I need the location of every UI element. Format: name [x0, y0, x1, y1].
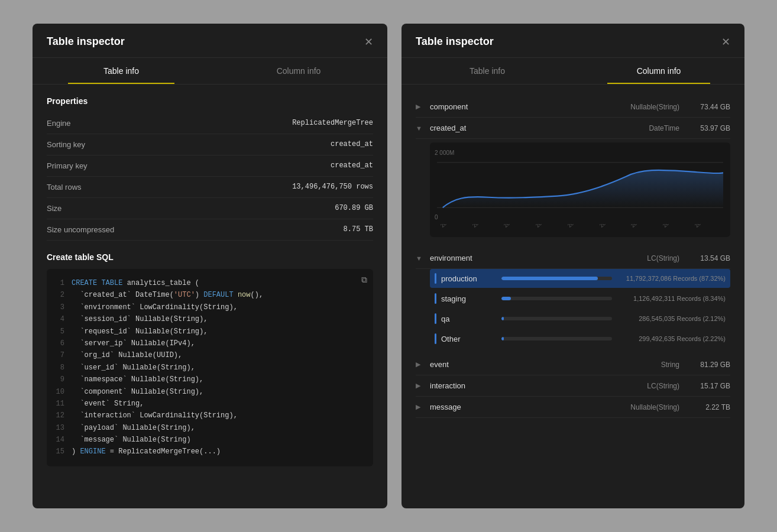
column-name-environment: environment — [430, 254, 647, 262]
bar-indicator-production — [435, 273, 436, 284]
right-panel-title: Table inspector — [416, 35, 494, 48]
bar-track-production — [501, 277, 612, 280]
prop-engine-label: Engine — [47, 119, 70, 128]
prop-size-value: 670.89 GB — [335, 204, 373, 213]
env-value-other[interactable]: Other 299,492,635 Records (2.22%) — [430, 329, 730, 348]
code-line-9: 9 `namespace` Nullable(String), — [55, 374, 365, 385]
code-line-13: 13 `payload` Nullable(String), — [55, 422, 365, 434]
right-panel-body: ▶ component Nullable(String) 73.44 GB ▼ … — [402, 85, 744, 508]
bar-track-qa — [501, 317, 612, 320]
prop-sorting-key: Sorting key created_at — [47, 134, 373, 155]
bar-fill-qa — [501, 317, 504, 320]
column-size-interaction: 15.17 GB — [689, 382, 730, 390]
left-panel-body: Properties Engine ReplicatedMergeTree So… — [33, 85, 387, 508]
prop-total-rows: Total rows 13,496,476,750 rows — [47, 177, 373, 198]
bar-fill-other — [501, 337, 504, 340]
prop-size-uncompressed-label: Size uncompressed — [47, 225, 114, 234]
env-value-production[interactable]: production 11,792,372,086 Records (87.32… — [430, 269, 730, 288]
bar-fill-staging — [501, 297, 511, 300]
column-row-event[interactable]: ▶ event String 81.29 GB — [416, 354, 730, 375]
code-line-7: 7 `org_id` Nullable(UUID), — [55, 349, 365, 361]
desktop: Table inspector ✕ Table info Column info… — [0, 0, 777, 532]
prop-size-uncompressed: Size uncompressed 8.75 TB — [47, 219, 373, 241]
column-row-component[interactable]: ▶ component Nullable(String) 73.44 GB — [416, 96, 730, 118]
x-label-8: 2024-03-18 — [662, 224, 694, 238]
left-panel: Table inspector ✕ Table info Column info… — [33, 24, 387, 508]
created-at-chart: 2 000M 0 — [430, 142, 730, 237]
chevron-message-icon: ▶ — [416, 403, 423, 411]
prop-primary-key-value: created_at — [331, 161, 373, 170]
column-row-environment[interactable]: ▼ environment LC(String) 13.54 GB — [416, 248, 730, 269]
left-panel-close-button[interactable]: ✕ — [364, 37, 373, 47]
left-panel-tabs: Table info Column info — [33, 58, 387, 85]
code-line-8: 8 `user_id` Nullable(String), — [55, 362, 365, 374]
properties-section-title: Properties — [47, 96, 373, 106]
x-label-9: 2024-05-17 — [694, 224, 723, 238]
bar-fill-production — [501, 277, 598, 280]
env-label-staging: staging — [441, 294, 494, 303]
x-label-5: 2023-09-20 — [566, 224, 599, 238]
env-label-qa: qa — [441, 314, 494, 323]
prop-total-rows-label: Total rows — [47, 183, 82, 192]
chevron-environment-icon: ▼ — [416, 255, 423, 262]
column-name-event: event — [430, 360, 661, 369]
chart-y-zero-label: 0 — [435, 214, 438, 220]
x-label-2: 2023-03-24 — [471, 224, 504, 238]
column-type-message: Nullable(String) — [630, 403, 679, 411]
right-tab-table-info[interactable]: Table info — [402, 58, 573, 84]
create-sql-title: Create table SQL — [47, 252, 373, 262]
bar-indicator-other — [435, 333, 436, 344]
copy-sql-button[interactable]: ⧉ — [361, 275, 367, 285]
code-line-2: 2 `created_at` DateTime('UTC') DEFAULT n… — [55, 289, 365, 301]
prop-engine-value: ReplicatedMergeTree — [292, 119, 373, 128]
code-line-4: 4 `session_id` Nullable(String), — [55, 313, 365, 325]
column-type-created-at: DateTime — [649, 124, 679, 132]
bar-track-staging — [501, 297, 612, 300]
bar-track-other — [501, 337, 612, 340]
column-size-environment: 13.54 GB — [689, 254, 730, 262]
code-line-10: 10 `component` Nullable(String), — [55, 386, 365, 398]
column-row-interaction[interactable]: ▶ interaction LC(String) 15.17 GB — [416, 375, 730, 397]
env-value-staging[interactable]: staging 1,126,492,311 Records (8.34%) — [430, 289, 730, 308]
column-type-interaction: LC(String) — [647, 382, 679, 390]
code-line-1: 1 CREATE TABLE analytics_table ( — [55, 277, 365, 289]
left-panel-title: Table inspector — [47, 35, 125, 48]
right-panel-header: Table inspector ✕ — [402, 24, 744, 58]
prop-size-label: Size — [47, 204, 61, 213]
right-tab-column-info[interactable]: Column info — [573, 58, 744, 84]
left-tab-column-info[interactable]: Column info — [210, 58, 387, 84]
chevron-event-icon: ▶ — [416, 361, 423, 368]
column-name-message: message — [430, 403, 630, 411]
left-tab-table-info[interactable]: Table info — [33, 58, 210, 84]
code-line-3: 3 `environment` LowCardinality(String), — [55, 301, 365, 313]
chevron-created-at-icon: ▼ — [416, 125, 423, 132]
prop-sorting-key-label: Sorting key — [47, 140, 85, 149]
code-line-15: 15 ) ENGINE = ReplicatedMergeTree(...) — [55, 446, 365, 458]
chart-svg — [437, 150, 723, 220]
chevron-component-icon: ▶ — [416, 103, 423, 111]
env-value-qa[interactable]: qa 286,545,035 Records (2.12%) — [430, 309, 730, 328]
prop-total-rows-value: 13,496,476,750 rows — [292, 183, 373, 192]
code-line-11: 11 `event` String, — [55, 398, 365, 410]
code-line-14: 14 `message` Nullable(String) — [55, 434, 365, 446]
code-line-6: 6 `server_ip` Nullable(IPv4), — [55, 338, 365, 349]
column-size-component: 73.44 GB — [689, 103, 730, 111]
prop-primary-key: Primary key created_at — [47, 155, 373, 177]
column-row-message[interactable]: ▶ message Nullable(String) 2.22 TB — [416, 397, 730, 418]
code-line-5: 5 `request_id` Nullable(String), — [55, 326, 365, 338]
environment-values-section: production 11,792,372,086 Records (87.32… — [416, 269, 730, 354]
chart-x-labels: 2023-01-23 2023-03-24 2023-05-23 2023-07… — [437, 224, 723, 242]
column-size-message: 2.22 TB — [689, 403, 730, 411]
column-type-environment: LC(String) — [647, 254, 679, 262]
prop-size-uncompressed-value: 8.75 TB — [344, 225, 373, 234]
created-at-chart-section: 2 000M 0 — [416, 142, 730, 248]
code-line-12: 12 `interaction` LowCardinality(String), — [55, 410, 365, 421]
column-type-component: Nullable(String) — [630, 103, 679, 111]
code-block: ⧉ 1 CREATE TABLE analytics_table ( 2 `cr… — [47, 269, 373, 466]
left-panel-header: Table inspector ✕ — [33, 24, 387, 58]
env-label-production: production — [441, 274, 494, 283]
x-label-1: 2023-01-23 — [439, 224, 472, 238]
right-panel-close-button[interactable]: ✕ — [721, 37, 730, 47]
column-row-created-at[interactable]: ▼ created_at DateTime 53.97 GB — [416, 118, 730, 139]
right-panel-tabs: Table info Column info — [402, 58, 744, 85]
